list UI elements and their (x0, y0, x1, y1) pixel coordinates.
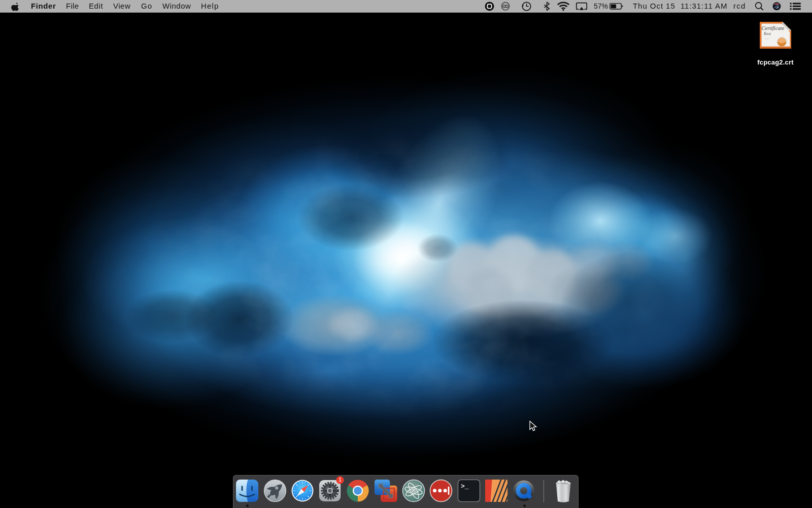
svg-text:·—·: ·—· (765, 37, 769, 40)
svg-text:Root: Root (763, 31, 771, 36)
svg-text:Certificate: Certificate (762, 25, 785, 31)
svg-text:>_: >_ (461, 483, 469, 490)
svg-text:1: 1 (339, 477, 342, 483)
